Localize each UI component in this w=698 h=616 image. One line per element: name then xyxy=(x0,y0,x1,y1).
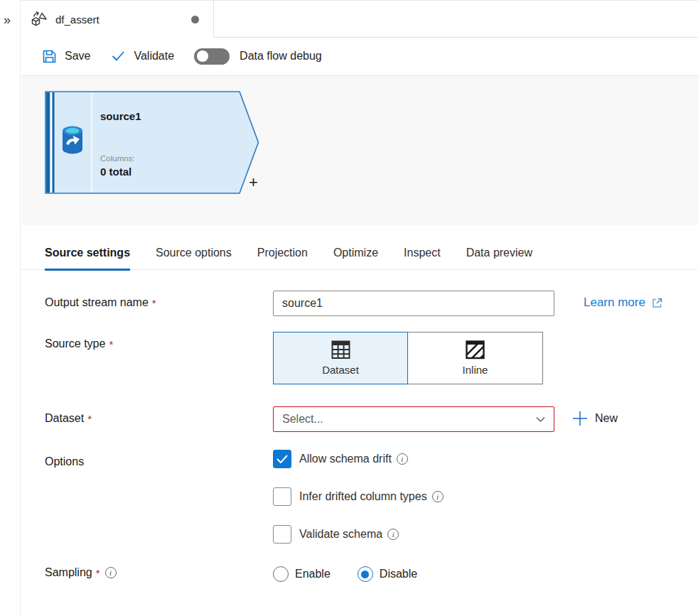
output-stream-name-label: Output stream name * xyxy=(45,291,273,309)
source1-node[interactable]: source1 Columns: 0 total xyxy=(45,91,259,194)
expand-sidebar-chevron-icon[interactable]: » xyxy=(4,13,11,28)
source-type-inline-button[interactable]: Inline xyxy=(408,332,543,384)
source-type-row: Source type * Dataset xyxy=(45,332,698,384)
unsaved-changes-dot xyxy=(191,16,199,23)
chevron-down-icon xyxy=(536,416,545,423)
save-icon xyxy=(42,49,57,64)
info-icon[interactable]: i xyxy=(105,567,117,578)
source-settings-form: Output stream name * Learn more Source t… xyxy=(21,270,698,582)
infer-drifted-column-types-row: Infer drifted column types i xyxy=(273,487,444,506)
dataset-select[interactable]: Select... xyxy=(273,406,554,432)
info-icon[interactable]: i xyxy=(387,529,399,540)
dataflow-canvas[interactable]: source1 Columns: 0 total + xyxy=(21,76,698,225)
dataflow-icon xyxy=(30,11,48,28)
dataset-row: Dataset * Select... New xyxy=(45,406,698,432)
tab-source-options[interactable]: Source options xyxy=(156,247,232,271)
required-asterisk: * xyxy=(96,567,100,579)
source-type-label: Source type * xyxy=(45,332,273,350)
validate-schema-row: Validate schema i xyxy=(273,525,444,544)
options-label: Options xyxy=(45,450,273,468)
plus-icon xyxy=(571,410,589,427)
left-gutter: » xyxy=(0,0,21,616)
sampling-label: Sampling * i xyxy=(45,566,273,579)
node-title: source1 xyxy=(100,110,141,122)
disable-radio[interactable] xyxy=(358,566,373,582)
data-flow-debug-label: Data flow debug xyxy=(240,50,322,63)
output-stream-name-row: Output stream name * Learn more xyxy=(45,291,698,316)
required-asterisk: * xyxy=(152,297,156,309)
tab-projection[interactable]: Projection xyxy=(257,247,308,271)
dataset-table-icon xyxy=(331,340,350,360)
options-checkbox-group: Allow schema drift i Infer drifted colum… xyxy=(273,450,444,563)
options-row: Options Allow schema drift i Infer drift… xyxy=(45,450,698,563)
validate-button[interactable]: Validate xyxy=(110,49,174,63)
sampling-radio-group: Enable Disable xyxy=(273,566,417,582)
info-icon[interactable]: i xyxy=(432,491,444,502)
dataset-select-value: Select... xyxy=(282,413,323,426)
settings-tab-bar: Source settings Source options Projectio… xyxy=(21,225,698,270)
tab-inspect[interactable]: Inspect xyxy=(404,247,441,271)
external-link-icon xyxy=(651,297,663,309)
data-flow-debug-toggle[interactable] xyxy=(194,48,230,65)
inline-hatched-icon xyxy=(466,340,485,360)
toggle-knob xyxy=(197,50,208,62)
validate-label: Validate xyxy=(134,50,174,63)
tab-source-settings[interactable]: Source settings xyxy=(45,247,130,271)
tab-df-assert[interactable]: df_assert xyxy=(21,1,214,38)
tab-title: df_assert xyxy=(55,13,100,26)
source-database-icon xyxy=(63,126,82,154)
validate-schema-checkbox[interactable] xyxy=(273,525,291,544)
allow-schema-drift-row: Allow schema drift i xyxy=(273,450,444,468)
new-dataset-button[interactable]: New xyxy=(571,410,618,427)
sampling-disable-option[interactable]: Disable xyxy=(358,566,417,582)
tab-optimize[interactable]: Optimize xyxy=(333,247,378,271)
node-columns-value: 0 total xyxy=(100,166,131,178)
toolbar: Save Validate Data flow debug xyxy=(21,37,698,76)
enable-radio[interactable] xyxy=(273,566,289,582)
add-transformation-button[interactable]: + xyxy=(249,173,258,192)
sampling-row: Sampling * i Enable Disable xyxy=(45,566,698,582)
main-area: df_assert Save Validate xyxy=(21,0,698,616)
info-icon[interactable]: i xyxy=(397,453,408,465)
tab-strip-empty xyxy=(215,1,698,38)
tab-data-preview[interactable]: Data preview xyxy=(466,247,532,271)
source-type-segmented: Dataset xyxy=(273,332,543,384)
save-label: Save xyxy=(65,50,90,63)
output-stream-name-input[interactable] xyxy=(273,291,554,316)
save-button[interactable]: Save xyxy=(42,49,90,64)
allow-schema-drift-checkbox[interactable] xyxy=(273,450,291,468)
source-type-dataset-button[interactable]: Dataset xyxy=(273,332,408,384)
required-asterisk: * xyxy=(87,413,92,425)
sampling-enable-option[interactable]: Enable xyxy=(273,566,331,582)
learn-more-link[interactable]: Learn more xyxy=(584,296,663,310)
required-asterisk: * xyxy=(109,338,113,350)
document-tab-bar: df_assert xyxy=(21,0,698,37)
checkmark-icon xyxy=(110,49,126,63)
dataset-label: Dataset * xyxy=(45,406,273,425)
node-columns-label: Columns: xyxy=(100,154,135,163)
infer-drifted-column-types-checkbox[interactable] xyxy=(273,487,291,506)
